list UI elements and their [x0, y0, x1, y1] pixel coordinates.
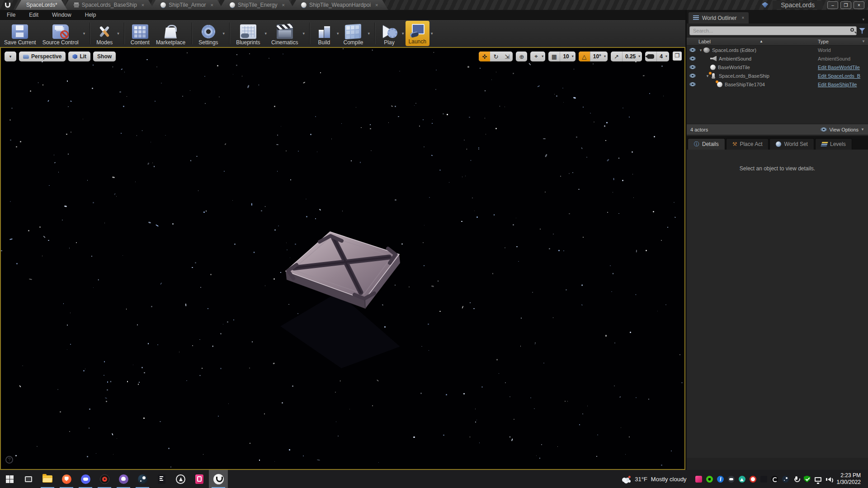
taskbar-atom-button[interactable] — [171, 470, 190, 488]
build-button[interactable]: Build — [313, 20, 335, 47]
chevron-down-icon[interactable]: ▾ — [638, 52, 642, 58]
expand-arrow-icon[interactable]: ▾ — [698, 48, 703, 52]
close-icon[interactable]: × — [375, 2, 378, 8]
modes-button[interactable]: Modes — [93, 20, 116, 47]
scale-snap-icon[interactable]: ↗ — [611, 52, 622, 61]
save-current-button[interactable]: Save Current — [1, 20, 39, 47]
column-type[interactable]: Type — [818, 39, 829, 44]
maximize-viewport-button[interactable]: ❐ — [673, 52, 682, 61]
cinematics-button[interactable]: Cinematics — [268, 20, 301, 47]
edit-asset-link[interactable]: Edit BaseWorldTile — [818, 65, 867, 70]
vpn-tray-icon[interactable] — [739, 476, 745, 483]
minimize-button[interactable]: – — [827, 1, 838, 9]
chevron-down-icon[interactable]: ▾ — [542, 52, 545, 58]
launch-button[interactable]: Launch — [406, 21, 429, 46]
outliner-row-spacelords-editor[interactable]: ▾SpaceLords (Editor)World — [687, 46, 868, 54]
outliner-column-header[interactable]: Label ▲ Type ▼ — [687, 37, 868, 46]
tab-place-act[interactable]: ⚒Place Act — [726, 138, 769, 150]
epic-games-tray-icon[interactable] — [760, 476, 767, 483]
menu-help[interactable]: Help — [78, 10, 103, 20]
taskbar-epic-games-button[interactable] — [152, 470, 171, 488]
taskbar-task-view-button[interactable] — [19, 470, 38, 488]
taskbar-brave-button[interactable] — [57, 470, 76, 488]
windows-security-tray-icon[interactable] — [804, 476, 811, 483]
base-ship-tile-mesh[interactable] — [251, 221, 405, 424]
view-options-button[interactable]: View Options ▼ — [821, 127, 864, 132]
chevron-down-icon[interactable]: ▾ — [82, 31, 87, 36]
rotation-snap-value[interactable]: 10° — [590, 52, 604, 61]
scale-tool[interactable]: ⇲ — [501, 52, 513, 61]
outliner-row-ambientsound[interactable]: AmbientSoundAmbientSound — [687, 54, 868, 63]
viewport-options-button[interactable]: ▾ — [5, 52, 16, 61]
edit-asset-link[interactable]: Edit BaseShipTile — [818, 82, 867, 87]
level-viewport[interactable]: ▾ Perspective Lit Show ✜↻⇲⊕⌖▾▦10▾△10°▾↗0… — [0, 47, 685, 470]
taskbar-screen-recorder-button[interactable] — [95, 470, 114, 488]
recorder-tray-icon[interactable] — [750, 476, 756, 483]
menu-file[interactable]: File — [0, 10, 22, 20]
filter-funnel-icon[interactable] — [859, 28, 865, 34]
viewport-help-button[interactable]: ? — [5, 456, 13, 464]
visibility-eye-icon[interactable] — [689, 48, 696, 52]
outliner-row-baseworldtile[interactable]: BaseWorldTileEdit BaseWorldTile — [687, 63, 868, 71]
tab-world-set[interactable]: World Set — [769, 138, 814, 150]
type-filter-caret-icon[interactable]: ▼ — [862, 39, 868, 43]
outliner-row-spacelords-baseship[interactable]: ▾SpaceLords_BaseShipEdit SpaceLords_B — [687, 71, 868, 80]
taskbar-steam-button[interactable] — [133, 470, 152, 488]
surface-snap-icon[interactable]: ⌖ — [530, 52, 542, 61]
taskbar-file-explorer-button[interactable] — [38, 470, 57, 488]
camera-speed-icon[interactable] — [645, 52, 656, 61]
panel-menu-caret-icon[interactable]: ▾ — [862, 17, 868, 23]
visibility-eye-icon[interactable] — [689, 74, 696, 78]
chevron-down-icon[interactable]: ▾ — [366, 31, 371, 36]
compile-button[interactable]: Compile — [340, 20, 366, 47]
chevron-down-icon[interactable]: ▾ — [429, 31, 434, 36]
chevron-down-icon[interactable]: ▾ — [222, 31, 226, 36]
close-icon[interactable]: × — [282, 2, 285, 8]
outliner-empty-area[interactable] — [687, 89, 868, 124]
asset-tab-shiptile-weaponhardpoi[interactable]: ShipTile_WeaponHardpoi× — [290, 0, 388, 10]
move-tool[interactable]: ✜ — [479, 52, 490, 61]
outliner-row-baseshiptile1704[interactable]: BaseShipTile1704Edit BaseShipTile — [687, 80, 868, 89]
rotation-snap-icon[interactable]: △ — [579, 52, 590, 61]
visibility-eye-icon[interactable] — [689, 65, 696, 69]
perspective-menu-button[interactable]: Perspective — [19, 52, 66, 61]
chevron-down-icon[interactable]: ▾ — [401, 31, 406, 36]
content-button[interactable]: Content — [127, 20, 153, 47]
network-tray-icon[interactable] — [815, 477, 821, 482]
restore-button[interactable]: ❐ — [840, 1, 851, 9]
close-icon[interactable]: × — [741, 15, 744, 20]
chevron-down-icon[interactable]: ▾ — [572, 52, 576, 58]
microphone-tray-icon[interactable] — [793, 476, 800, 483]
logitech-g-tray-icon[interactable] — [771, 476, 778, 483]
taskbar-design-app-button[interactable] — [190, 470, 209, 488]
close-button[interactable]: × — [854, 1, 864, 9]
chevron-down-icon[interactable]: ▾ — [264, 31, 269, 36]
grid-snap-icon[interactable]: ▦ — [548, 52, 560, 61]
chevron-down-icon[interactable]: ▾ — [301, 31, 306, 36]
visibility-eye-icon[interactable] — [689, 56, 696, 61]
play-button[interactable]: Play — [378, 20, 401, 47]
tab-details[interactable]: ⓘDetails — [688, 138, 725, 150]
razer-synapse-tray-icon[interactable] — [706, 476, 713, 483]
show-menu-button[interactable]: Show — [93, 52, 116, 61]
steam-tray-icon[interactable] — [782, 476, 789, 483]
taskbar-clock[interactable]: 2:23 PM 1/30/2022 — [835, 472, 863, 486]
column-label[interactable]: Label — [687, 39, 711, 44]
chevron-down-icon[interactable]: ▾ — [116, 31, 121, 36]
discord-tray-icon[interactable] — [728, 476, 735, 483]
settings-button[interactable]: Settings — [195, 20, 221, 47]
asset-tab-spacelords[interactable]: SpaceLords* — [15, 0, 67, 10]
menu-edit[interactable]: Edit — [22, 10, 45, 20]
source-control-button[interactable]: Source Control — [39, 20, 82, 47]
chevron-down-icon[interactable]: ▾ — [335, 31, 340, 36]
camera-speed-value[interactable]: 4 — [656, 52, 665, 61]
menu-window[interactable]: Window — [45, 10, 78, 20]
tab-world-outliner[interactable]: World Outliner × — [689, 12, 749, 23]
world-space-toggle-icon[interactable]: ⊕ — [516, 52, 527, 61]
taskbar-github-desktop-button[interactable] — [114, 470, 133, 488]
view-mode-button[interactable]: Lit — [68, 52, 90, 61]
edit-asset-link[interactable]: Edit SpaceLords_B — [818, 73, 867, 79]
clip-studio-tray-icon[interactable] — [695, 476, 702, 483]
close-icon[interactable]: × — [211, 2, 213, 8]
scale-snap-value[interactable]: 0.25 — [622, 52, 638, 61]
